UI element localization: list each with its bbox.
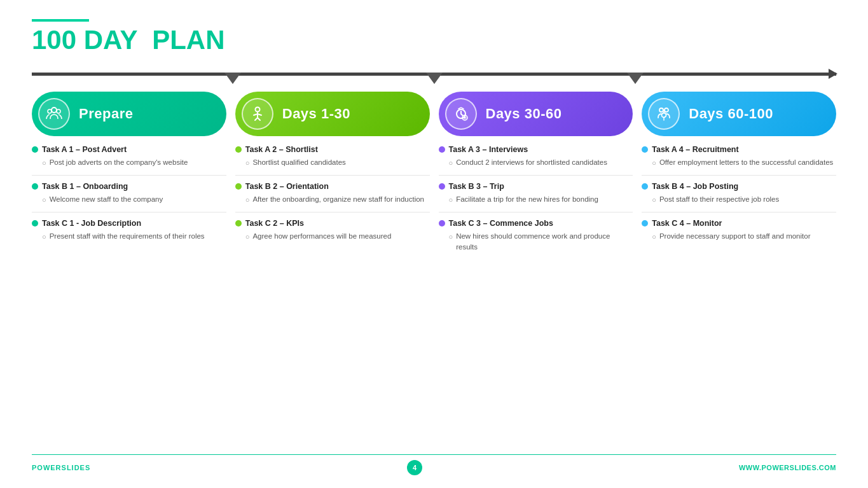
task-c2-title: Task C 2 – KPIs <box>235 219 430 228</box>
task-b4-body: ○ Post staff to their respective job rol… <box>642 194 836 206</box>
timeline-tick-2 <box>426 73 443 84</box>
task-b1-body: ○ Welcome new staff to the company <box>32 194 226 206</box>
task-c4-body: ○ Provide necessary support to staff and… <box>642 231 836 242</box>
footer-brand-green: SLIDES <box>62 464 91 471</box>
task-b2-title: Task B 2 – Orientation <box>235 182 430 191</box>
footer: POWERSLIDES 4 WWW.POWERSLIDES.COM <box>32 454 836 475</box>
phase-label-days130: Days 1-30 <box>282 106 350 122</box>
task-group-c2: Task C 2 – KPIs ○ Agree how performances… <box>235 219 430 249</box>
task-a3-title: Task A 3 – Interviews <box>439 145 633 154</box>
task-group-b2: Task B 2 – Orientation ○ After the onboa… <box>235 182 430 213</box>
task-a4-body: ○ Offer employment letters to the succes… <box>642 157 836 169</box>
phase-badge-days60100: Days 60-100 <box>642 92 836 136</box>
svg-point-7 <box>665 108 668 112</box>
header: 100 DAY PLAN <box>32 19 836 53</box>
footer-brand: POWERSLIDES <box>32 464 90 471</box>
task-a1-body: ○ Post job adverts on the company's webs… <box>32 157 226 169</box>
column-days3060: Days 30-60 Task A 3 – Interviews ○ Condu… <box>439 92 633 454</box>
task-group-b4: Task B 4 – Job Posting ○ Post staff to t… <box>642 182 836 213</box>
task-c3-body: ○ New hires should commence work and pro… <box>439 231 633 252</box>
page-title: 100 DAY PLAN <box>32 27 836 53</box>
task-dot-b1 <box>32 183 38 190</box>
timeline <box>32 65 836 83</box>
phase-icon-days3060 <box>445 98 477 130</box>
phase-icon-prepare <box>38 98 70 130</box>
task-group-b3: Task B 3 – Trip ○ Facilitate a trip for … <box>439 182 633 213</box>
phase-badge-days3060: Days 30-60 <box>439 92 633 136</box>
columns-container: Prepare Task A 1 – Post Advert ○ Post jo… <box>32 92 836 454</box>
task-c1-title: Task C 1 - Job Description <box>32 219 226 228</box>
footer-brand-black: POWER <box>32 464 62 471</box>
task-a4-title: Task A 4 – Recruitment <box>642 145 836 154</box>
task-dot-c4 <box>642 220 648 227</box>
task-group-c1: Task C 1 - Job Description ○ Present sta… <box>32 219 226 249</box>
task-a2-body: ○ Shortlist qualified candidates <box>235 157 430 169</box>
task-b1-title: Task B 1 – Onboarding <box>32 182 226 191</box>
task-dot-a3 <box>439 146 445 153</box>
column-days130: Days 1-30 Task A 2 – Shortlist ○ Shortli… <box>235 92 430 454</box>
footer-page-number: 4 <box>407 460 422 475</box>
page: 100 DAY PLAN <box>0 0 868 488</box>
title-green: PLAN <box>152 25 224 55</box>
phase-label-days60100: Days 60-100 <box>689 106 773 122</box>
task-dot-c1 <box>32 220 38 227</box>
phase-icon-days130 <box>242 98 273 130</box>
task-group-a4: Task A 4 – Recruitment ○ Offer employmen… <box>642 145 836 176</box>
phase-icon-days60100 <box>648 98 680 130</box>
title-black: 100 DAY <box>32 25 137 55</box>
task-b3-body: ○ Facilitate a trip for the new hires fo… <box>439 194 633 206</box>
task-dot-b3 <box>439 183 445 190</box>
task-group-c4: Task C 4 – Monitor ○ Provide necessary s… <box>642 219 836 249</box>
phase-badge-prepare: Prepare <box>32 92 226 136</box>
task-dot-c3 <box>439 220 445 227</box>
task-dot-b2 <box>235 183 242 190</box>
svg-point-2 <box>57 109 60 113</box>
task-dot-a4 <box>642 146 648 153</box>
timeline-tick-1 <box>224 73 241 84</box>
phase-badge-days130: Days 1-30 <box>235 92 430 136</box>
task-group-a1: Task A 1 – Post Advert ○ Post job advert… <box>32 145 226 176</box>
task-a1-title: Task A 1 – Post Advert <box>32 145 226 154</box>
task-group-a2: Task A 2 – Shortlist ○ Shortlist qualifi… <box>235 145 430 176</box>
svg-point-3 <box>255 108 259 112</box>
column-days60100: Days 60-100 Task A 4 – Recruitment ○ Off… <box>642 92 836 454</box>
task-b3-title: Task B 3 – Trip <box>439 182 633 191</box>
phase-label-prepare: Prepare <box>79 106 133 122</box>
task-c3-title: Task C 3 – Commence Jobs <box>439 219 633 228</box>
timeline-line <box>32 73 836 76</box>
column-prepare: Prepare Task A 1 – Post Advert ○ Post jo… <box>32 92 226 454</box>
timeline-tick-3 <box>627 73 644 84</box>
task-a2-title: Task A 2 – Shortlist <box>235 145 430 154</box>
footer-url: WWW.POWERSLIDES.COM <box>739 464 836 471</box>
task-group-b1: Task B 1 – Onboarding ○ Welcome new staf… <box>32 182 226 213</box>
task-c1-body: ○ Present staff with the requirements of… <box>32 231 226 242</box>
phase-label-days3060: Days 30-60 <box>486 106 562 122</box>
task-b2-body: ○ After the onboarding, organize new sta… <box>235 194 430 206</box>
svg-point-0 <box>52 108 57 113</box>
task-group-c3: Task C 3 – Commence Jobs ○ New hires sho… <box>439 219 633 258</box>
task-dot-c2 <box>235 220 242 227</box>
header-accent-line <box>32 19 89 22</box>
task-c2-body: ○ Agree how performances will be measure… <box>235 231 430 242</box>
task-a3-body: ○ Conduct 2 interviews for shortlisted c… <box>439 157 633 169</box>
svg-point-8 <box>662 113 666 118</box>
task-dot-b4 <box>642 183 648 190</box>
svg-point-6 <box>659 108 663 112</box>
svg-point-1 <box>48 109 52 113</box>
task-c4-title: Task C 4 – Monitor <box>642 219 836 228</box>
task-b4-title: Task B 4 – Job Posting <box>642 182 836 191</box>
task-group-a3: Task A 3 – Interviews ○ Conduct 2 interv… <box>439 145 633 176</box>
task-dot-a1 <box>32 146 38 153</box>
task-dot-a2 <box>235 146 242 153</box>
